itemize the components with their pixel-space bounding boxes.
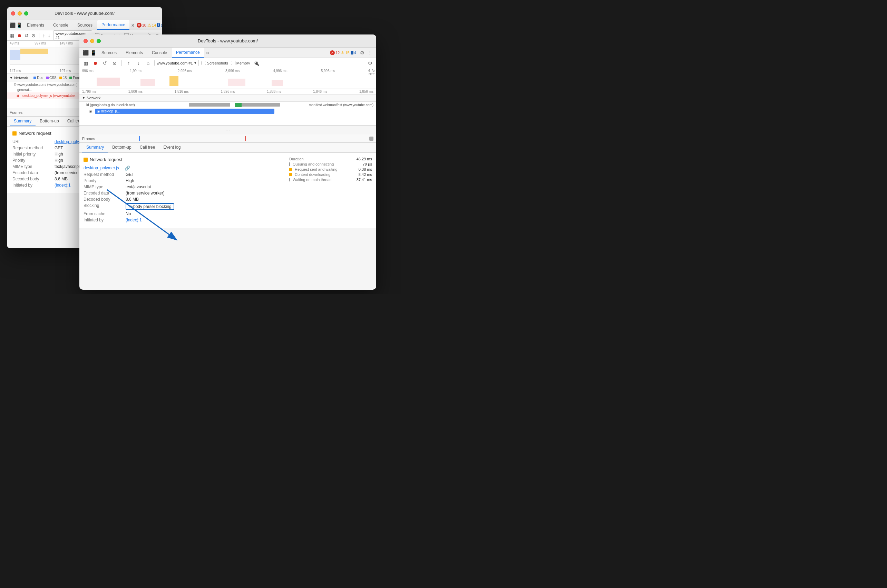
initiated-value-1[interactable]: (index):1 [54,183,71,188]
info-url-2: desktop_polymer.js 🔗 [84,165,282,171]
settings-icon-2[interactable]: ⚙ [359,50,365,56]
panel-icon-1[interactable]: ▦ [10,32,14,39]
network-section-2: ▼ Network id (googleads.g.doubleclick.ne… [80,94,376,126]
close-button-2[interactable] [84,39,88,43]
cancel-icon-1[interactable]: ⊘ [32,32,36,39]
error-badges-2: ✕ 12 ⚠ 15 i 4 ⚙ ⋮ [330,50,373,56]
tab-bar-2: ⬛ 📱 Sources Elements Console Performance… [80,48,376,58]
tab-eventlog-2[interactable]: Event log [159,143,185,152]
device-icon[interactable]: 📱 [16,22,22,28]
ruler-t-2: 2,996 ms [178,69,226,73]
content-dl-label: Content downloading [289,172,330,177]
reload-icon-1[interactable]: ↺ [24,32,29,39]
scroll-handle-2[interactable] [369,136,373,141]
cpu-bar-1 [97,78,120,86]
content-area-2: Network request desktop_polymer.js 🔗 Req… [80,153,376,228]
queuing-label: Queuing and connecting [289,162,334,166]
close-button-1[interactable] [11,11,15,15]
tab-summary-1[interactable]: Summary [10,117,36,126]
device-icon-2[interactable]: 📱 [90,50,97,56]
frames-bar-2: Frames [80,135,376,143]
ruler-row-bottom-2: 1,796 ms 1,806 ms 1,816 ms 1,826 ms 1,83… [80,89,376,94]
url-value-2[interactable]: desktop_polymer.js [84,165,119,171]
ruler-t-4: 4,996 ms [273,69,321,73]
tab-console-1[interactable]: Console [49,20,72,30]
bar-gray-3 [239,103,280,106]
memory-checkbox-2[interactable]: Memory [231,61,250,65]
mime-value-1: text/javascript [54,164,80,169]
tab-more-2[interactable]: » [204,50,210,56]
inspect-icon-2[interactable]: ⬛ [82,50,89,56]
tab-more-1[interactable]: » [130,22,136,28]
tab-bottomup-1[interactable]: Bottom-up [36,117,63,126]
settings2-icon-2[interactable]: ⚙ [367,60,373,66]
tab-summary-2[interactable]: Summary [82,143,108,152]
task-bar-1 [20,49,48,54]
decoded-value-1: 8.6 MB [54,177,68,182]
screenshots-check-2[interactable] [201,61,206,65]
reload-icon-2[interactable]: ↺ [101,60,108,66]
tab-performance-2[interactable]: Performance [172,48,204,58]
minimize-button-2[interactable] [90,39,94,43]
minimize-button-1[interactable] [18,11,22,15]
collapse-icon-1[interactable]: ▼ [10,76,13,80]
memory-check-2[interactable] [231,61,235,65]
summary-tabs-2: Summary Bottom-up Call tree Event log [80,143,376,153]
url-box-2[interactable]: www.youtube.com #1 ▾ [154,60,199,66]
tab-bottomup-2[interactable]: Bottom-up [108,143,135,152]
ruler-t-1: 1,99 ms [130,69,177,73]
request-sent-value: 0.38 ms [351,167,372,171]
record-icon-2[interactable]: ⏺ [92,60,99,66]
info-blocking-2: Blocking In-body parser blocking [84,203,282,210]
priority-label-1: Priority [12,158,50,163]
collapse-icon-2[interactable]: ▼ [82,96,85,100]
queuing-value: 79 μs [351,162,372,166]
blocking-label-2: Blocking [84,203,122,210]
external-link-icon-2[interactable]: 🔗 [125,165,130,171]
download-icon-1[interactable]: ↓ [48,32,50,39]
encoded-value-2: (from service worker) [126,191,165,195]
tab-elements-2[interactable]: Elements [122,48,147,58]
initiated-value-2[interactable]: (index):1 [126,218,142,222]
record-toolbar-2: ▦ ⏺ ↺ ⊘ ↑ ↓ ⌂ www.youtube.com #1 ▾ Scree… [80,58,376,68]
record-icon-1[interactable]: ⏺ [17,32,22,39]
inspect-icon[interactable]: ⬛ [10,22,15,28]
tab-elements-1[interactable]: Elements [23,20,48,30]
maximize-button-2[interactable] [97,39,101,43]
cpu-bar-2 [140,80,155,86]
net-row-2-3-selected[interactable]: ◉ ◉ desktop_p... [80,108,376,114]
tab-console-2[interactable]: Console [148,48,171,58]
cancel-icon-2[interactable]: ⊘ [111,60,118,66]
network-request-title-1: Network request [19,131,51,136]
priority-value-1: High [54,158,63,163]
bar-green-2 [235,103,242,107]
timeline-overview-2[interactable]: 996 ms 1,99 ms 2,996 ms 3,996 ms 4,996 m… [80,68,376,89]
encoded-label-1: Encoded data [12,170,50,175]
tab-calltree-2[interactable]: Call tree [135,143,159,152]
network-icon-2[interactable]: 🔌 [253,60,260,66]
tab-performance-1[interactable]: Performance [97,20,129,30]
maximize-button-1[interactable] [24,11,28,15]
frames-label-1: Frames [10,110,23,114]
title-bar-1: DevTools - www.youtube.com/ [7,7,162,20]
tab-sources-1[interactable]: Sources [73,20,97,30]
home-icon-2[interactable]: ⌂ [144,60,152,66]
method-value-1: GET [54,146,63,150]
cpu-indicator-1 [10,50,20,60]
duration-panel-2: Duration 46.29 ms Queuing and connecting… [282,157,372,224]
upload-icon-2[interactable]: ↑ [125,60,132,66]
error-icon-1: ✕ [137,23,141,28]
legend-font: Font [73,76,80,80]
more-icon-2[interactable]: ⋮ [367,50,373,56]
screenshots-checkbox-2[interactable]: Screenshots [201,61,228,65]
ind-queuing [289,162,290,166]
ruler-row-top-2: 996 ms 1,99 ms 2,996 ms 3,996 ms 4,996 m… [80,68,376,74]
init-priority-label-1: Initial priority [12,152,50,157]
download-icon-2[interactable]: ↓ [135,60,142,66]
yellow-icon-2 [84,158,88,162]
upload-icon-1[interactable]: ↑ [42,32,45,39]
network-label-2: Network [87,96,101,100]
panel-icon-2[interactable]: ▦ [82,60,89,66]
method-label-2: Request method [84,172,122,177]
tab-sources-2[interactable]: Sources [97,48,121,58]
